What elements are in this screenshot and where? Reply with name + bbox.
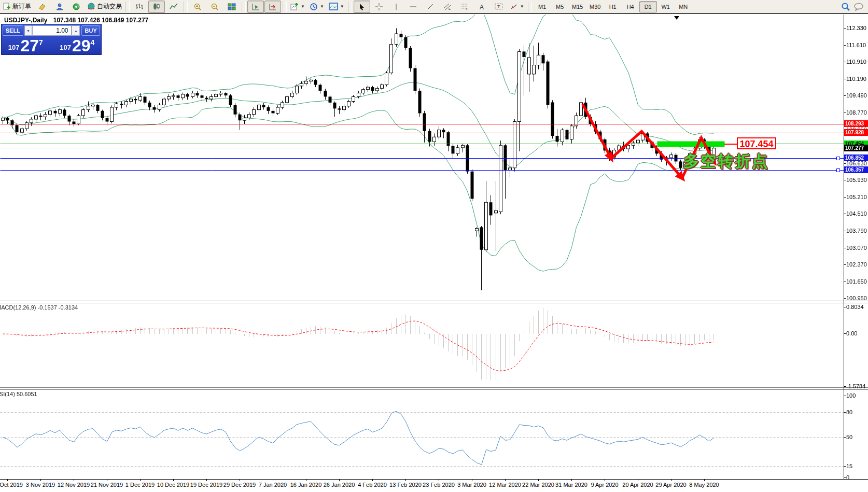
zoom-out-button[interactable] [206, 1, 223, 13]
svg-text:A: A [480, 4, 484, 10]
timeframe-m5-button[interactable]: M5 [551, 1, 569, 12]
price-level-chip: 106.357 [844, 166, 868, 173]
toolbar-separator [528, 2, 532, 12]
timeframe-h4-button[interactable]: H4 [622, 1, 639, 12]
volume-decrease-button[interactable]: ▼ [24, 25, 33, 36]
price-tick-label: 104.510 [846, 210, 867, 217]
rsi-indicator-pane[interactable] [0, 389, 844, 479]
axis-tick-mark [844, 113, 846, 113]
price-tick-label: 100.950 [846, 295, 867, 301]
timeframe-mn-button[interactable]: MN [675, 1, 692, 12]
price-axis[interactable]: 112.330111.610110.910110.190109.490108.7… [844, 0, 868, 492]
price-tick-label: 102.370 [846, 261, 867, 268]
metaeditor-button[interactable] [34, 1, 50, 13]
price-tick-label: 109.490 [846, 92, 867, 99]
date-label: 8 May 2020 [689, 482, 719, 488]
new-order-icon [3, 3, 11, 10]
auto-trading-button[interactable]: 自动交易 [85, 1, 124, 13]
date-tick-mark [472, 480, 472, 481]
profiles-icon [310, 3, 318, 10]
toolbar-separator [283, 2, 287, 12]
timeframe-m1-button[interactable]: M1 [534, 1, 551, 12]
tile-windows-button[interactable] [223, 1, 240, 13]
market-button[interactable] [51, 1, 67, 13]
bar-chart-button[interactable] [131, 1, 148, 13]
volume-input[interactable] [32, 25, 72, 36]
new-order-button[interactable]: 新订单 [1, 1, 33, 13]
date-tick-mark [405, 480, 406, 481]
toolbar-separator [125, 2, 130, 12]
date-label: 26 Jan 2020 [324, 482, 355, 488]
profiles-button[interactable]: ▼ [307, 1, 326, 13]
rsi-tick-label: 80 [846, 409, 852, 415]
fibonacci-button[interactable]: F [456, 1, 473, 13]
templates-button[interactable]: ▼ [327, 1, 346, 13]
date-tick-mark [74, 480, 74, 481]
price-tick-label: 110.910 [846, 59, 866, 65]
price-tick-label: 105.210 [846, 194, 867, 200]
date-label: 12 Nov 2019 [58, 482, 90, 488]
buy-price-pip: 4 [91, 38, 95, 47]
chart-title: USDJPY-,Daily 107.348 107.426 106.849 10… [4, 17, 148, 24]
buy-button[interactable]: BUY [81, 25, 100, 36]
chart-shift-marker-icon[interactable] [674, 16, 679, 20]
date-label: 3 Mar 2020 [457, 482, 486, 488]
annotation-note-text[interactable]: 多空转折点 [683, 151, 769, 172]
auto-scroll-button[interactable] [247, 1, 264, 13]
timeframe-d1-button[interactable]: D1 [639, 1, 657, 12]
price-level-chip: 107.928 [844, 129, 868, 136]
trendline-button[interactable] [422, 1, 439, 13]
date-label: 29 Apr 2020 [655, 482, 686, 488]
one-click-trade-panel: SELL ▼ ▲ BUY 107 27 7 107 29 4 [1, 24, 102, 55]
timeframe-w1-button[interactable]: W1 [657, 1, 675, 12]
axis-tick-mark [844, 264, 846, 265]
line-chart-button[interactable] [165, 1, 182, 13]
arrows-button[interactable]: ▼ [508, 1, 526, 13]
cursor-button[interactable] [354, 1, 370, 13]
new-chart-button[interactable]: ▼ [288, 1, 307, 13]
date-label: 21 Oct 2019 [0, 482, 23, 488]
axis-tick-mark [844, 180, 846, 180]
candlestick-chart-button[interactable] [148, 1, 165, 13]
date-label: 9 Apr 2020 [591, 482, 618, 488]
vertical-line-button[interactable] [388, 1, 404, 13]
date-label: 3 Nov 2019 [26, 482, 55, 488]
crosshair-button[interactable] [371, 1, 387, 13]
sell-price-display[interactable]: 107 27 7 [2, 37, 49, 54]
date-tick-mark [638, 480, 638, 481]
channel-button[interactable]: E [439, 1, 456, 13]
date-tick-mark [107, 480, 107, 481]
axis-tick-mark [844, 95, 846, 96]
price-callout-connector [724, 144, 737, 145]
axis-tick-mark [844, 386, 846, 387]
price-tick-label: 103.790 [846, 228, 867, 234]
symbol-period-label: USDJPY-,Daily [4, 17, 47, 24]
signals-button[interactable] [68, 1, 85, 13]
buy-price-display[interactable]: 107 29 4 [54, 37, 101, 54]
svg-text:E: E [449, 7, 451, 10]
chart-shift-button[interactable] [264, 1, 281, 13]
pane-separator[interactable] [0, 301, 868, 303]
sell-button[interactable]: SELL [3, 25, 23, 36]
auto-scroll-icon [251, 3, 260, 10]
horizontal-line-button[interactable] [405, 1, 422, 13]
text-label-button[interactable]: T [491, 1, 507, 13]
timeframe-h1-button[interactable]: H1 [604, 1, 622, 12]
price-level-chip: 108.293 [844, 120, 868, 127]
timeframe-m15-button[interactable]: M15 [569, 1, 586, 12]
rsi-tick-label: 50 [846, 434, 852, 440]
macd-indicator-pane[interactable] [0, 303, 844, 387]
zoom-in-button[interactable] [189, 1, 206, 13]
pane-separator[interactable] [0, 387, 868, 390]
volume-increase-button[interactable]: ▲ [72, 25, 80, 36]
axis-tick-mark [844, 197, 846, 198]
axis-tick-mark [844, 307, 846, 307]
date-tick-mark [7, 480, 8, 481]
date-label: 23 Feb 2020 [423, 482, 455, 488]
crosshair-icon [375, 3, 383, 10]
price-callout-label[interactable]: 107.454 [737, 137, 776, 149]
text-button[interactable]: A [473, 1, 490, 13]
axis-tick-mark [844, 62, 846, 62]
timeframe-m30-button[interactable]: M30 [586, 1, 604, 12]
date-label: 21 Nov 2019 [91, 482, 123, 488]
